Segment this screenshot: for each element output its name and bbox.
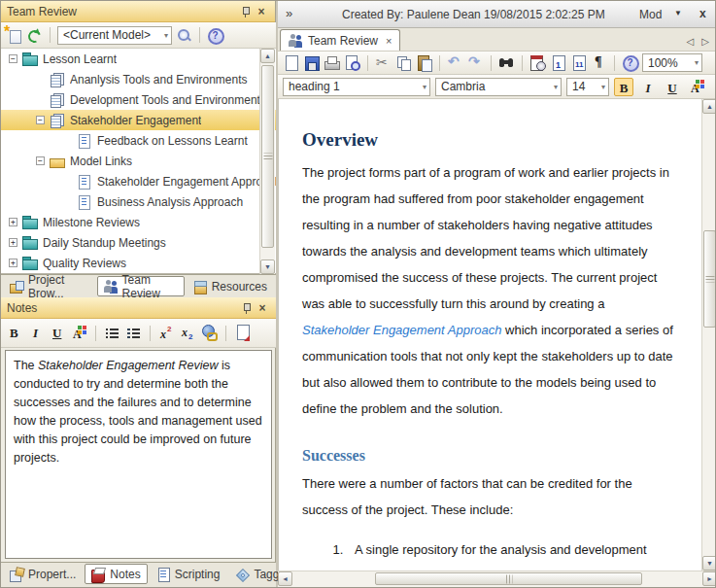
tab-properties[interactable]: Propert... xyxy=(3,564,83,584)
help-icon[interactable] xyxy=(207,27,223,44)
print-icon[interactable] xyxy=(324,54,340,71)
pilcrow-icon[interactable] xyxy=(591,54,607,71)
close-panel-button[interactable]: × xyxy=(254,4,269,19)
notes-icon xyxy=(91,568,106,581)
save-icon[interactable] xyxy=(303,54,320,71)
close-tab-icon[interactable]: × xyxy=(386,35,392,47)
tree-item[interactable]: −Development Tools and Environments xyxy=(1,89,276,110)
refresh-icon[interactable] xyxy=(26,27,43,44)
scroll-left-button[interactable]: ◄ xyxy=(278,571,292,586)
tree-item[interactable]: +Milestone Reviews xyxy=(1,212,276,232)
document-vertical-scrollbar[interactable]: ▲ ▼ xyxy=(701,99,716,571)
new-doc-icon[interactable] xyxy=(283,54,299,71)
tab-scripting[interactable]: Scripting xyxy=(150,564,227,584)
toolbar-separator xyxy=(491,55,492,71)
subscript-icon[interactable] xyxy=(180,325,196,341)
notes-text-area[interactable]: The Stakeholder Engagement Review is con… xyxy=(5,350,272,559)
team-review-icon xyxy=(289,34,303,48)
numbered-list-icon[interactable] xyxy=(125,325,142,341)
insert-date-icon[interactable] xyxy=(529,54,546,71)
tree-item-label: Daily Standup Meetings xyxy=(43,236,166,250)
close-panel-button[interactable]: × xyxy=(255,300,270,316)
page-count-icon[interactable] xyxy=(570,54,587,71)
doc-icon xyxy=(77,134,92,148)
tab-project-browser[interactable]: Project Brow... xyxy=(3,276,95,296)
chevron-down-icon: ▾ xyxy=(601,83,605,91)
paste-icon[interactable] xyxy=(416,54,432,71)
zoom-combo[interactable]: 100% ▾ xyxy=(642,53,702,72)
tab-label: Project Brow... xyxy=(28,273,88,300)
tab-team-review-document[interactable]: Team Review × xyxy=(280,29,400,51)
tree-item[interactable]: −Lesson Learnt xyxy=(1,49,276,69)
pin-button[interactable] xyxy=(239,300,255,316)
tree-item[interactable]: −Business Analysis Approach xyxy=(1,191,276,212)
scroll-down-button[interactable]: ▼ xyxy=(702,556,716,571)
header-dropdown-icon[interactable]: ▼ xyxy=(674,9,682,17)
toolbar-separator xyxy=(367,55,368,71)
style-combo[interactable]: heading 1 ▾ xyxy=(283,78,430,96)
font-size-combo[interactable]: 14 ▾ xyxy=(566,78,609,96)
font-color-icon[interactable] xyxy=(71,325,87,341)
tree-item[interactable]: +Quality Reviews xyxy=(1,253,276,273)
hyperlink-icon[interactable] xyxy=(201,325,218,341)
scrollbar-thumb[interactable] xyxy=(375,572,642,585)
tab-notes[interactable]: Notes xyxy=(85,564,147,584)
undo-icon[interactable] xyxy=(447,54,463,71)
stakeholder-engagement-approach-link[interactable]: Stakeholder Engagement Approach xyxy=(302,323,502,337)
redo-icon[interactable] xyxy=(467,54,484,71)
find-icon[interactable] xyxy=(498,54,515,71)
underline-icon[interactable] xyxy=(50,325,66,341)
search-icon[interactable] xyxy=(176,27,192,44)
italic-button[interactable]: I xyxy=(638,78,658,96)
scrollbar-thumb[interactable] xyxy=(261,65,274,248)
tree-item[interactable]: −Stakeholder Engagement xyxy=(1,110,276,130)
superscript-icon[interactable] xyxy=(158,325,175,341)
tree-item[interactable]: −Ananlysis Tools and Environments xyxy=(1,69,276,89)
model-combo[interactable]: <Current Model> ▾ xyxy=(57,26,172,45)
nav-next-icon[interactable]: ▷ xyxy=(701,36,709,47)
document-editor[interactable]: Overview The project forms part of a pro… xyxy=(278,99,716,571)
tab-team-review[interactable]: Team Review xyxy=(97,276,185,296)
page-number-icon[interactable] xyxy=(550,54,566,71)
help-icon[interactable] xyxy=(622,54,638,71)
collapse-icon[interactable]: − xyxy=(36,156,45,165)
expand-icon[interactable]: + xyxy=(9,238,17,247)
font-color-button[interactable] xyxy=(687,78,706,96)
underline-button[interactable]: U xyxy=(663,78,682,96)
tree-item[interactable]: −Feedback on Lessons Learnt xyxy=(1,130,276,151)
scroll-up-button[interactable]: ▲ xyxy=(702,99,716,114)
scroll-right-button[interactable]: ► xyxy=(702,571,716,586)
tree-item[interactable]: +Daily Standup Meetings xyxy=(1,232,276,253)
bold-button[interactable]: B xyxy=(614,78,633,96)
tree-item[interactable]: −Stakeholder Engagement Approach xyxy=(1,171,276,191)
cut-icon[interactable] xyxy=(375,54,392,71)
bullet-list-icon[interactable] xyxy=(104,325,120,341)
tree-item[interactable]: −Model Links xyxy=(1,151,276,171)
scroll-down-button[interactable]: ▼ xyxy=(260,259,275,274)
scroll-up-button[interactable]: ▲ xyxy=(260,49,275,63)
bold-icon[interactable] xyxy=(7,325,23,341)
expand-icon[interactable]: + xyxy=(9,259,17,267)
scrollbar-thumb[interactable] xyxy=(703,230,716,328)
toolbar-separator xyxy=(199,27,200,43)
nav-previous-icon[interactable]: ◁ xyxy=(687,36,695,47)
font-combo[interactable]: Cambria ▾ xyxy=(435,78,562,96)
tree-item-label: Ananlysis Tools and Environments xyxy=(70,73,248,86)
copy-icon[interactable] xyxy=(395,54,412,71)
tab-resources[interactable]: Resources xyxy=(187,276,274,296)
tree-vertical-scrollbar[interactable]: ▲ ▼ xyxy=(259,49,275,274)
tab-label: Resources xyxy=(212,280,267,294)
collapse-icon[interactable]: − xyxy=(36,116,45,124)
insert-document-icon[interactable] xyxy=(234,325,251,341)
chevron-double-icon[interactable]: » xyxy=(286,6,292,20)
expand-icon[interactable]: + xyxy=(9,218,17,226)
document-horizontal-scrollbar[interactable]: ◄ ► xyxy=(278,571,716,587)
preview-icon[interactable] xyxy=(344,54,360,71)
italic-icon[interactable] xyxy=(28,325,45,341)
pin-button[interactable] xyxy=(238,4,254,19)
close-document-button[interactable]: x xyxy=(699,7,706,20)
folder-icon xyxy=(22,257,38,270)
collapse-icon[interactable]: − xyxy=(9,54,17,63)
doc-heading-overview: Overview xyxy=(302,128,674,152)
new-post-icon[interactable] xyxy=(6,27,22,44)
